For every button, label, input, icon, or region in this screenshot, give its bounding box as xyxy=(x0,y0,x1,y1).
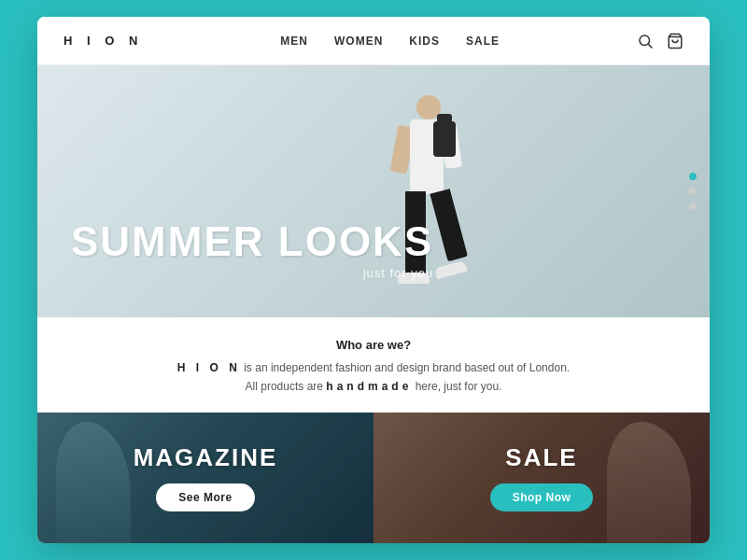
about-desc-text: is an independent fashion and design bra… xyxy=(244,361,570,374)
magazine-card-title: MAGAZINE xyxy=(134,443,278,472)
person-leg-right xyxy=(430,189,468,261)
shop-now-button[interactable]: Shop Now xyxy=(490,483,594,511)
hero-section: SUMMER LOOKS just for you xyxy=(37,65,710,317)
person-backpack xyxy=(433,121,456,157)
nav-item-women[interactable]: WOMEN xyxy=(334,35,383,48)
nav-item-kids[interactable]: KIDS xyxy=(409,35,440,48)
brand-logo[interactable]: H I O N xyxy=(63,34,143,48)
sale-card-content: SALE Shop Now xyxy=(374,413,710,543)
search-icon[interactable] xyxy=(637,33,654,49)
sale-card[interactable]: SALE Shop Now xyxy=(374,413,710,543)
nav-item-sale[interactable]: SALE xyxy=(466,35,500,48)
hero-person-figure xyxy=(359,93,508,317)
browser-window: H I O N MEN WOMEN KIDS SALE xyxy=(37,17,710,542)
about-brand-name: H I O N xyxy=(177,361,241,374)
about-handmade-bold: handmade xyxy=(326,380,412,393)
about-heading: Who are we? xyxy=(75,338,672,352)
hero-dot-1[interactable] xyxy=(689,173,697,180)
nav-icon-group xyxy=(637,33,684,49)
hero-title: SUMMER LOOKS xyxy=(71,221,433,262)
see-more-button[interactable]: See More xyxy=(156,483,254,511)
nav-links: MEN WOMEN KIDS SALE xyxy=(143,35,637,48)
svg-line-1 xyxy=(648,44,652,48)
navigation: H I O N MEN WOMEN KIDS SALE xyxy=(37,17,710,65)
hero-dot-2[interactable] xyxy=(689,188,697,195)
hero-subtitle: just for you xyxy=(71,266,433,280)
svg-point-0 xyxy=(640,35,650,46)
about-section: Who are we? H I O N is an independent fa… xyxy=(37,317,710,412)
person-shoe-right xyxy=(434,260,468,279)
hero-dot-3[interactable] xyxy=(689,203,697,210)
person-illustration xyxy=(359,93,508,317)
hero-text-group: SUMMER LOOKS just for you xyxy=(71,221,433,280)
magazine-card-content: MAGAZINE See More xyxy=(37,413,374,543)
cart-icon[interactable] xyxy=(667,33,684,49)
nav-item-men[interactable]: MEN xyxy=(280,35,308,48)
cards-section: MAGAZINE See More SALE Shop Now xyxy=(37,413,710,543)
magazine-card[interactable]: MAGAZINE See More xyxy=(37,413,374,543)
hero-dot-indicators xyxy=(689,173,697,210)
about-description: H I O N is an independent fashion and de… xyxy=(75,359,672,395)
sale-card-title: SALE xyxy=(505,443,577,472)
